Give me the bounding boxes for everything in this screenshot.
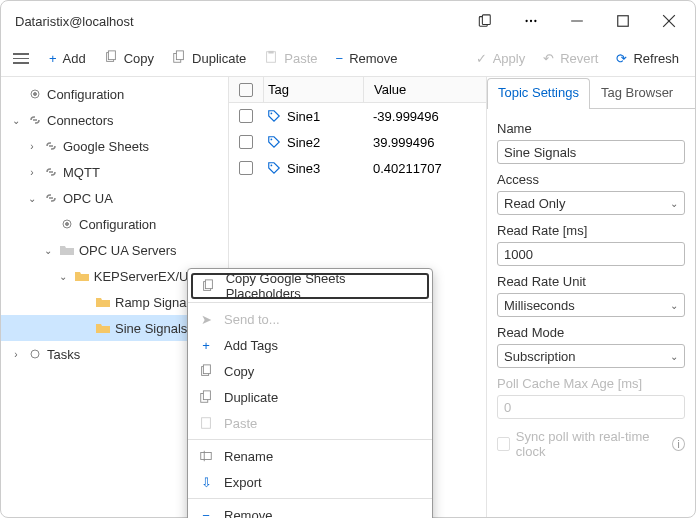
tag-value: 0.40211707 [363, 161, 486, 176]
select-read-rate-unit[interactable]: Milliseconds⌄ [497, 293, 685, 317]
rename-icon [198, 449, 214, 463]
remove-button[interactable]: −Remove [328, 47, 406, 70]
ctx-add-tags[interactable]: +Add Tags [188, 332, 432, 358]
chevron-down-icon: ⌄ [670, 300, 678, 311]
svg-point-19 [31, 350, 39, 358]
tab-topic-settings[interactable]: Topic Settings [487, 78, 590, 109]
copy-icon [198, 364, 214, 378]
refresh-icon: ⟳ [616, 51, 627, 66]
minimize-button[interactable] [555, 5, 599, 37]
copy-icon [104, 50, 118, 67]
svg-rect-28 [203, 391, 210, 400]
input-poll-cache: 0 [497, 395, 685, 419]
table-header: Tag Value [229, 77, 486, 103]
tag-icon [267, 109, 281, 123]
tree-item-google-sheets[interactable]: ›Google Sheets [1, 133, 228, 159]
duplicate-icon [198, 390, 214, 404]
row-checkbox[interactable] [239, 161, 253, 175]
info-icon[interactable]: i [672, 437, 685, 451]
row-checkbox[interactable] [239, 109, 253, 123]
svg-rect-10 [108, 51, 115, 60]
select-read-mode[interactable]: Subscription⌄ [497, 344, 685, 368]
copy-icon [200, 279, 216, 293]
svg-rect-24 [205, 280, 212, 289]
undo-icon: ↶ [543, 51, 554, 66]
column-header-tag[interactable]: Tag [263, 77, 363, 102]
tree-item-opc-ua[interactable]: ⌄OPC UA [1, 185, 228, 211]
ellipsis-icon[interactable] [509, 5, 553, 37]
ctx-remove[interactable]: −Remove [188, 502, 432, 518]
refresh-button[interactable]: ⟳Refresh [608, 47, 687, 70]
label-poll-cache: Poll Cache Max Age [ms] [497, 376, 685, 391]
chevron-down-icon: ⌄ [670, 351, 678, 362]
tree-item-opc-ua-servers[interactable]: ⌄OPC UA Servers [1, 237, 228, 263]
svg-rect-1 [482, 15, 490, 25]
ctx-duplicate[interactable]: Duplicate [188, 384, 432, 410]
input-read-rate[interactable]: 1000 [497, 242, 685, 266]
table-row[interactable]: Sine1 -39.999496 [229, 103, 486, 129]
add-button[interactable]: +Add [41, 47, 94, 70]
tag-icon [267, 161, 281, 175]
tag-name: Sine2 [287, 135, 320, 150]
duplicate-button[interactable]: Duplicate [164, 46, 254, 71]
input-name[interactable]: Sine Signals [497, 140, 685, 164]
select-access[interactable]: Read Only⌄ [497, 191, 685, 215]
select-all-checkbox[interactable] [239, 83, 253, 97]
tag-icon [267, 135, 281, 149]
paste-icon [264, 50, 278, 67]
label-read-mode: Read Mode [497, 325, 685, 340]
minus-icon: − [336, 51, 344, 66]
tag-name: Sine3 [287, 161, 320, 176]
context-menu: Copy Google Sheets Placeholders ➤Send to… [187, 268, 433, 518]
tag-value: 39.999496 [363, 135, 486, 150]
tree-item-opc-ua-configuration[interactable]: ›Configuration [1, 211, 228, 237]
tablet-mode-icon[interactable] [463, 5, 507, 37]
properties-panel: Topic Settings Tag Browser Name Sine Sig… [487, 77, 695, 517]
ctx-send-to: ➤Send to... [188, 306, 432, 332]
chevron-down-icon: ⌄ [670, 198, 678, 209]
paste-button: Paste [256, 46, 325, 71]
tree-item-connectors[interactable]: ⌄Connectors [1, 107, 228, 133]
svg-rect-6 [618, 16, 629, 27]
window-title: Dataristix@localhost [15, 14, 463, 29]
ctx-copy-google-sheets[interactable]: Copy Google Sheets Placeholders [191, 273, 429, 299]
revert-button: ↶Revert [535, 47, 606, 70]
label-name: Name [497, 121, 685, 136]
ctx-copy[interactable]: Copy [188, 358, 432, 384]
check-icon: ✓ [476, 51, 487, 66]
menu-icon[interactable] [9, 49, 33, 68]
minus-icon: − [198, 508, 214, 519]
table-row[interactable]: Sine2 39.999496 [229, 129, 486, 155]
label-read-rate-unit: Read Rate Unit [497, 274, 685, 289]
svg-point-16 [34, 93, 37, 96]
svg-point-18 [66, 223, 69, 226]
svg-point-3 [530, 20, 532, 22]
tree-item-mqtt[interactable]: ›MQTT [1, 159, 228, 185]
tree-item-configuration[interactable]: ▾Configuration [1, 81, 228, 107]
svg-rect-14 [269, 51, 274, 54]
svg-rect-30 [201, 453, 212, 460]
row-checkbox[interactable] [239, 135, 253, 149]
apply-button: ✓Apply [468, 47, 534, 70]
label-read-rate: Read Rate [ms] [497, 223, 685, 238]
toolbar: +Add Copy Duplicate Paste −Remove ✓Apply… [1, 41, 695, 77]
tab-tag-browser[interactable]: Tag Browser [590, 78, 684, 109]
ctx-rename[interactable]: Rename [188, 443, 432, 469]
plus-icon: + [198, 338, 214, 353]
maximize-button[interactable] [601, 5, 645, 37]
label-sync-poll: Sync poll with real-time clock [516, 429, 666, 459]
ctx-export[interactable]: ⇩Export [188, 469, 432, 495]
svg-point-22 [271, 165, 273, 167]
export-icon: ⇩ [198, 475, 214, 490]
tag-name: Sine1 [287, 109, 320, 124]
tag-value: -39.999496 [363, 109, 486, 124]
plus-icon: + [49, 51, 57, 66]
close-button[interactable] [647, 5, 691, 37]
paste-icon [198, 416, 214, 430]
checkbox-sync-poll [497, 437, 510, 451]
table-row[interactable]: Sine3 0.40211707 [229, 155, 486, 181]
column-header-value[interactable]: Value [363, 77, 486, 102]
title-bar: Dataristix@localhost [1, 1, 695, 41]
svg-point-21 [271, 139, 273, 141]
copy-button[interactable]: Copy [96, 46, 162, 71]
